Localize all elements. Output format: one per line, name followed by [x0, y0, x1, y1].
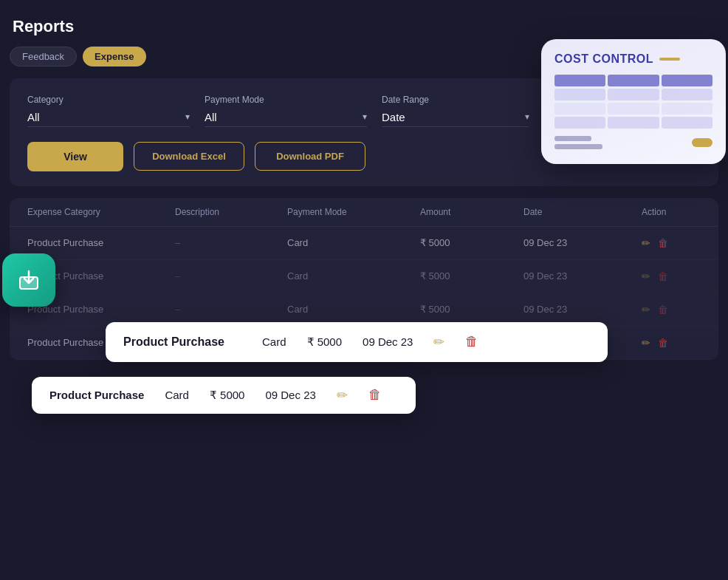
- date-filter-group: Date Range Date ▾: [382, 95, 529, 127]
- cost-cell: [554, 89, 605, 100]
- tooltip-row-1: Product Purchase Card ₹ 5000 09 Dec 23 ✏…: [106, 322, 608, 362]
- row1-payment-mode: Card: [287, 237, 420, 248]
- payment-mode-chevron-icon: ▾: [363, 112, 367, 122]
- col-date: Date: [523, 207, 642, 217]
- tooltip1-amount: ₹ 5000: [307, 335, 343, 349]
- row2-delete-icon[interactable]: 🗑: [658, 270, 668, 282]
- row3-category: Product Purchase: [27, 304, 175, 315]
- payment-mode-label: Payment Mode: [205, 95, 367, 105]
- page-title: Reports: [13, 17, 718, 36]
- row2-description: –: [175, 270, 287, 282]
- cost-cell: [554, 75, 605, 86]
- view-button[interactable]: View: [27, 142, 123, 171]
- row1-actions: ✏ 🗑: [642, 237, 701, 249]
- col-payment-mode: Payment Mode: [287, 207, 420, 217]
- row1-category: Product Purchase: [27, 237, 175, 248]
- row3-date: 09 Dec 23: [523, 304, 642, 315]
- row2-amount: ₹ 5000: [420, 270, 523, 282]
- cost-table-grid: [554, 75, 712, 129]
- row3-edit-icon[interactable]: ✏: [642, 304, 650, 315]
- row2-actions: ✏ 🗑: [642, 270, 701, 282]
- date-value: Date: [382, 111, 405, 123]
- table-row: Product Purchase – Card ₹ 5000 09 Dec 23…: [10, 227, 718, 260]
- row3-payment-mode: Card: [287, 304, 420, 315]
- cost-cell: [554, 117, 605, 129]
- row3-delete-icon[interactable]: 🗑: [658, 304, 668, 315]
- cost-cell: [608, 89, 659, 100]
- row4-edit-icon[interactable]: ✏: [642, 337, 650, 349]
- row1-description: –: [175, 237, 287, 248]
- category-filter-group: Category All ▾: [27, 95, 190, 127]
- cost-line-short: [554, 136, 591, 141]
- row2-date: 09 Dec 23: [523, 270, 642, 282]
- date-label: Date Range: [382, 95, 529, 105]
- cost-line-group: [554, 136, 602, 149]
- payment-mode-select[interactable]: All ▾: [205, 108, 367, 127]
- row2-edit-icon[interactable]: ✏: [642, 270, 650, 282]
- row3-amount: ₹ 5000: [420, 304, 523, 315]
- tooltip2-delete-icon[interactable]: 🗑: [368, 387, 382, 403]
- row1-edit-icon[interactable]: ✏: [642, 237, 650, 249]
- row3-actions: ✏ 🗑: [642, 304, 701, 315]
- category-select[interactable]: All ▾: [27, 108, 190, 127]
- row1-amount: ₹ 5000: [420, 237, 523, 248]
- cost-cell: [554, 103, 605, 115]
- cost-line-row: [554, 136, 712, 149]
- cost-control-dash: [659, 58, 680, 61]
- tooltip2-date: 09 Dec 23: [265, 389, 315, 401]
- category-label: Category: [27, 95, 190, 105]
- row1-date: 09 Dec 23: [523, 237, 642, 248]
- cost-cell: [662, 75, 712, 86]
- row2-payment-mode: Card: [287, 270, 420, 282]
- cost-cell: [662, 117, 712, 129]
- app-icon[interactable]: [2, 253, 55, 307]
- tooltip2-amount: ₹ 5000: [210, 389, 245, 402]
- col-action: Action: [642, 207, 701, 217]
- col-description: Description: [175, 207, 287, 217]
- download-pdf-button[interactable]: Download PDF: [255, 142, 365, 171]
- cost-control-title: COST CONTROL: [554, 52, 712, 66]
- tooltip2-category: Product Purchase: [49, 389, 144, 401]
- download-excel-button[interactable]: Download Excel: [134, 142, 244, 171]
- cost-cell: [608, 75, 659, 86]
- cost-cell: [662, 103, 712, 115]
- payment-mode-value: All: [205, 111, 217, 123]
- cost-cell: [662, 89, 712, 100]
- category-value: All: [27, 111, 40, 123]
- cost-control-card: COST CONTROL: [541, 39, 726, 164]
- tooltip2-payment-mode: Card: [165, 389, 189, 401]
- row1-delete-icon[interactable]: 🗑: [658, 237, 668, 249]
- tooltip-row-2: Product Purchase Card ₹ 5000 09 Dec 23 ✏…: [32, 377, 416, 414]
- row3-description: –: [175, 304, 287, 315]
- tooltip2-edit-icon[interactable]: ✏: [337, 387, 348, 403]
- tooltip1-date: 09 Dec 23: [363, 335, 413, 348]
- table-header: Expense Category Description Payment Mod…: [10, 198, 718, 227]
- row4-delete-icon[interactable]: 🗑: [658, 337, 668, 349]
- table-row: Product Purchase – Card ₹ 5000 09 Dec 23…: [10, 293, 718, 327]
- tooltip1-delete-icon[interactable]: 🗑: [465, 334, 478, 349]
- tab-expense[interactable]: Expense: [83, 47, 145, 66]
- category-chevron-icon: ▾: [185, 112, 190, 122]
- cost-line-medium: [554, 144, 602, 149]
- tooltip1-payment-mode: Card: [262, 335, 286, 348]
- table-row: Product Purchase – Card ₹ 5000 09 Dec 23…: [10, 260, 718, 293]
- col-amount: Amount: [420, 207, 523, 217]
- cost-action-button[interactable]: [692, 138, 712, 147]
- row4-actions: ✏ 🗑: [642, 337, 701, 349]
- tab-feedback[interactable]: Feedback: [10, 47, 77, 66]
- tooltip1-category: Product Purchase: [123, 335, 241, 349]
- col-expense-category: Expense Category: [27, 207, 175, 217]
- date-select[interactable]: Date ▾: [382, 108, 529, 127]
- tooltip1-edit-icon[interactable]: ✏: [433, 334, 444, 350]
- cost-cell: [608, 117, 659, 129]
- payment-mode-filter-group: Payment Mode All ▾: [205, 95, 367, 127]
- date-chevron-icon: ▾: [525, 112, 529, 122]
- cost-cell: [608, 103, 659, 115]
